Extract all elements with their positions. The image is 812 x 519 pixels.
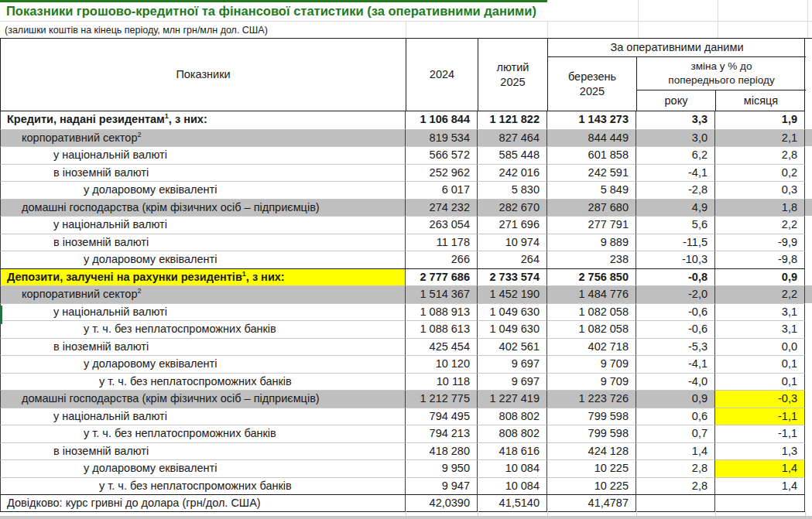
row-label-cell[interactable]: у т. ч. без неплатоспроможних банків [0, 373, 406, 391]
cell-change-year[interactable]: 2,8 [636, 477, 715, 495]
cell-change-year[interactable]: 0,7 [636, 425, 715, 442]
row-label-cell[interactable]: у національній валюті [0, 216, 406, 234]
cell-change-month[interactable]: 0,1 [715, 373, 805, 391]
cell-mar-2025[interactable]: 1 223 726 [547, 390, 636, 408]
cell-mar-2025[interactable]: 799 598 [547, 408, 636, 425]
cell-mar-2025[interactable]: 5 849 [547, 181, 636, 199]
cell-feb-2025[interactable]: 5 830 [478, 181, 547, 199]
cell-feb-2025[interactable]: 264 [478, 251, 547, 268]
cell-change-month[interactable]: -9,9 [715, 234, 805, 251]
cell-2024[interactable]: 1 088 613 [406, 320, 478, 338]
cell-change-year[interactable]: 6,2 [636, 146, 715, 164]
cell-change-year[interactable]: 1,4 [636, 442, 715, 460]
row-label-cell[interactable]: у доларовому еквіваленті [0, 181, 406, 199]
cell-feb-2025[interactable]: 2 733 574 [478, 268, 547, 286]
row-label-cell[interactable]: в іноземній валюті [0, 164, 406, 182]
header-indicators[interactable]: Показники [1, 39, 406, 111]
cell-feb-2025[interactable]: 271 696 [478, 216, 547, 234]
cell-feb-2025[interactable]: 585 448 [478, 146, 547, 164]
cell-change-year[interactable]: -4,0 [636, 373, 715, 391]
cell-feb-2025[interactable]: 10 974 [478, 234, 547, 251]
row-label-cell[interactable]: в іноземній валюті [0, 338, 406, 356]
cell-change-month[interactable]: 1,8 [715, 199, 805, 217]
cell-change-month[interactable]: -0,3 [715, 390, 805, 408]
cell-change-year[interactable]: -0,6 [636, 320, 715, 338]
cell-mar-2025[interactable]: 9 709 [547, 355, 636, 373]
cell-feb-2025[interactable]: 242 016 [478, 164, 547, 182]
cell-change-month[interactable]: 1,3 [715, 442, 805, 460]
cell-mar-2025[interactable]: 1 484 776 [547, 285, 636, 303]
cell-feb-2025[interactable]: 10 084 [478, 459, 547, 477]
cell-change-year[interactable] [636, 494, 715, 512]
cell-change-month[interactable]: 1,4 [715, 477, 805, 495]
cell-feb-2025[interactable]: 1 049 630 [478, 303, 547, 321]
cell-2024[interactable]: 266 [406, 251, 478, 268]
cell-feb-2025[interactable]: 418 616 [478, 442, 547, 460]
cell-mar-2025[interactable]: 1 082 058 [547, 303, 636, 321]
cell-mar-2025[interactable]: 287 680 [547, 199, 636, 217]
cell-2024[interactable]: 1 212 775 [406, 390, 478, 408]
cell-mar-2025[interactable]: 424 128 [547, 442, 636, 460]
cell-change-year[interactable]: 2,8 [636, 459, 715, 477]
row-label-cell[interactable]: Кредити, надані резидентам1, з них: [0, 111, 406, 129]
cell-mar-2025[interactable]: 9 709 [547, 373, 636, 391]
cell-change-year[interactable]: 3,3 [636, 111, 715, 129]
cell-change-year[interactable]: -0,6 [636, 303, 715, 321]
row-label-cell[interactable]: корпоративний сектор2 [0, 129, 406, 147]
row-label-cell[interactable]: Депозити, залучені на рахунки резидентів… [0, 268, 406, 286]
header-mar-2025[interactable]: березень 2025 [548, 57, 637, 111]
cell-change-year[interactable]: -5,3 [636, 338, 715, 356]
cell-change-year[interactable]: -0,8 [636, 268, 715, 286]
cell-feb-2025[interactable]: 10 084 [478, 477, 547, 495]
cell-mar-2025[interactable]: 10 225 [547, 477, 636, 495]
header-feb-2025[interactable]: лютий 2025 [478, 39, 548, 111]
cell-2024[interactable]: 9 947 [406, 477, 478, 495]
cell-change-month[interactable]: 2,2 [715, 216, 805, 234]
cell-2024[interactable]: 794 213 [406, 425, 478, 442]
row-label-cell[interactable]: у національній валюті [0, 303, 406, 321]
cell-2024[interactable]: 1 514 367 [406, 285, 478, 303]
cell-mar-2025[interactable]: 9 889 [547, 234, 636, 251]
cell-change-month[interactable]: 0,3 [715, 181, 805, 199]
cell-mar-2025[interactable]: 238 [547, 251, 636, 268]
cell-change-month[interactable]: 2,8 [715, 146, 805, 164]
cell-change-year[interactable]: 5,6 [636, 216, 715, 234]
cell-change-month[interactable]: 0,0 [715, 338, 805, 356]
cell-feb-2025[interactable]: 1 227 419 [478, 390, 547, 408]
cell-change-year[interactable]: -11,5 [636, 234, 715, 251]
cell-2024[interactable]: 9 950 [406, 459, 478, 477]
cell-2024[interactable]: 819 534 [406, 129, 478, 147]
cell-feb-2025[interactable]: 808 802 [478, 425, 547, 442]
cell-mar-2025[interactable]: 2 756 850 [547, 268, 636, 286]
row-label-cell[interactable]: у національній валюті [0, 408, 406, 425]
header-change-percent[interactable]: зміна у % до попереднього періоду [637, 57, 806, 90]
cell-feb-2025[interactable]: 1 452 190 [478, 285, 547, 303]
cell-change-year[interactable]: 4,9 [636, 199, 715, 217]
cell-2024[interactable]: 1 088 913 [406, 303, 478, 321]
cell-mar-2025[interactable]: 402 718 [547, 338, 636, 356]
cell-change-year[interactable]: -2,8 [636, 181, 715, 199]
row-label-cell[interactable]: у т. ч. без неплатоспроможних банків [0, 320, 406, 338]
cell-2024[interactable]: 6 017 [406, 181, 478, 199]
cell-mar-2025[interactable]: 277 791 [547, 216, 636, 234]
cell-2024[interactable]: 2 777 686 [406, 268, 478, 286]
cell-change-year[interactable]: -4,1 [636, 164, 715, 182]
cell-mar-2025[interactable]: 1 143 273 [547, 111, 636, 129]
row-label-cell[interactable]: у національній валюті [0, 146, 406, 164]
row-label-cell[interactable]: домашні господарства (крім фізичних осіб… [0, 390, 406, 408]
header-2024[interactable]: 2024 [406, 39, 478, 111]
cell-2024[interactable]: 425 454 [406, 338, 478, 356]
cell-change-month[interactable]: 0,1 [715, 355, 805, 373]
header-change-year[interactable]: року [637, 90, 716, 111]
cell-change-month[interactable]: -1,1 [715, 425, 805, 442]
cell-feb-2025[interactable]: 1 049 630 [478, 320, 547, 338]
row-label-cell[interactable]: у доларовому еквіваленті [0, 355, 406, 373]
cell-2024[interactable]: 1 106 844 [406, 111, 478, 129]
cell-mar-2025[interactable]: 601 858 [547, 146, 636, 164]
row-label-cell[interactable]: в іноземній валюті [0, 234, 406, 251]
cell-change-month[interactable]: -9,8 [715, 251, 805, 268]
cell-feb-2025[interactable]: 827 464 [478, 129, 547, 147]
cell-change-year[interactable]: 0,6 [636, 408, 715, 425]
cell-2024[interactable]: 418 280 [406, 442, 478, 460]
cell-mar-2025[interactable]: 10 225 [547, 459, 636, 477]
